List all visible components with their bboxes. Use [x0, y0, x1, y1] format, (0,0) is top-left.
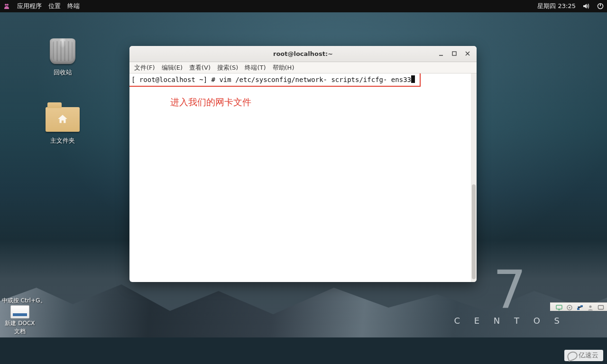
- terminal-line-1: [ root@localhost ~] # vim /etc/sysconfig…: [131, 75, 415, 83]
- tray-network-icon[interactable]: [577, 304, 583, 310]
- status-hint-text: 中或按 Ctrl+G。: [2, 297, 46, 305]
- tray-user-icon[interactable]: [587, 304, 594, 310]
- terminal-window: root@localhost:~ 文件(F) 编辑(E) 查看(V) 搜索(S)…: [129, 46, 477, 282]
- annotation-text: 进入我们的网卡文件: [170, 96, 251, 109]
- menu-terminal[interactable]: 终端: [67, 2, 80, 10]
- desktop-icon-new-docx[interactable]: 中或按 Ctrl+G。 新建 DOCX 文档: [1, 305, 39, 336]
- window-titlebar[interactable]: root@localhost:~: [129, 46, 477, 62]
- centos-label: C E N T O S: [454, 316, 565, 326]
- volume-icon[interactable]: [582, 2, 590, 10]
- desktop: 7 C E N T O S 回收站 主文件夹 root@localhost:~: [0, 12, 607, 337]
- menu-terminal-drop[interactable]: 终端(T): [245, 64, 266, 72]
- home-icon: [46, 107, 80, 132]
- window-maximize-button[interactable]: [448, 48, 460, 59]
- activities-icon[interactable]: [3, 2, 10, 10]
- tray-display-icon[interactable]: [556, 304, 562, 310]
- svg-point-9: [569, 307, 570, 308]
- window-title: root@localhost:~: [273, 50, 333, 57]
- tray-message-icon[interactable]: [598, 304, 604, 310]
- svg-rect-7: [558, 309, 560, 310]
- desktop-icon-trash[interactable]: 回收站: [39, 37, 86, 77]
- svg-rect-6: [556, 305, 562, 309]
- docx-label-line2: 文档: [1, 328, 39, 336]
- watermark-text: 亿速云: [579, 351, 598, 360]
- window-close-button[interactable]: [461, 48, 474, 59]
- window-minimize-button[interactable]: [435, 48, 447, 59]
- menu-applications[interactable]: 应用程序: [17, 2, 42, 10]
- terminal-command: vim /etc/sysconfig/network- scripts/ifcf…: [219, 76, 411, 83]
- menu-edit[interactable]: 编辑(E): [162, 64, 183, 72]
- svg-rect-10: [577, 308, 579, 310]
- power-icon[interactable]: [597, 2, 604, 10]
- terminal-scrollbar-thumb[interactable]: [472, 184, 476, 279]
- trash-icon: [50, 38, 75, 64]
- top-panel: 应用程序 位置 终端 星期四 23:25: [0, 0, 607, 12]
- menu-places[interactable]: 位置: [48, 2, 61, 10]
- svg-point-12: [589, 305, 592, 308]
- terminal-cursor: [411, 75, 415, 83]
- docx-icon: [10, 305, 29, 318]
- menu-view[interactable]: 查看(V): [189, 64, 211, 72]
- bottom-tray: [550, 302, 607, 311]
- panel-datetime[interactable]: 星期四 23:25: [537, 2, 576, 10]
- desktop-icon-home-label: 主文件夹: [39, 136, 86, 145]
- docx-label-line1: 新建 DOCX: [1, 319, 39, 328]
- svg-rect-4: [439, 55, 443, 56]
- tray-disc-icon[interactable]: [566, 304, 573, 310]
- terminal-scrollbar[interactable]: [471, 73, 477, 282]
- desktop-icon-home[interactable]: 主文件夹: [39, 105, 86, 145]
- watermark: 亿速云: [564, 350, 603, 361]
- menu-help[interactable]: 帮助(H): [273, 64, 294, 72]
- svg-rect-13: [598, 305, 604, 309]
- svg-point-1: [7, 4, 9, 6]
- folder-icon: [46, 107, 80, 132]
- menu-search[interactable]: 搜索(S): [217, 64, 238, 72]
- terminal-menubar: 文件(F) 编辑(E) 查看(V) 搜索(S) 终端(T) 帮助(H): [129, 62, 477, 73]
- menu-file[interactable]: 文件(F): [134, 64, 155, 72]
- terminal-body[interactable]: [ root@localhost ~] # vim /etc/sysconfig…: [129, 73, 477, 282]
- svg-point-0: [5, 4, 7, 6]
- desktop-icon-trash-label: 回收站: [39, 68, 86, 77]
- terminal-prompt: [ root@localhost ~] #: [131, 76, 219, 83]
- svg-rect-5: [452, 52, 456, 55]
